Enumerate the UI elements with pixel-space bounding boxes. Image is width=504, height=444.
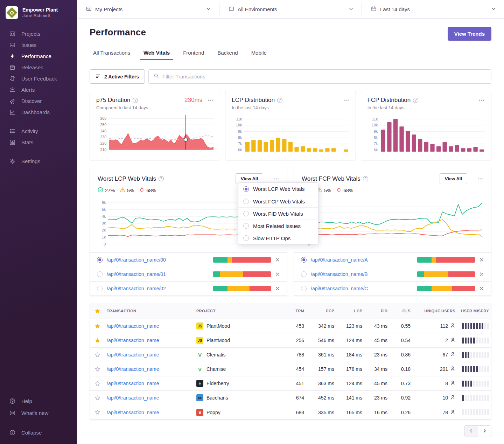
pagination [90,420,491,444]
sidebar-item-stats[interactable]: Stats [0,137,77,148]
sidebar-item-discover[interactable]: Discover [0,95,77,106]
dropdown-item-worst-fid-web-vitals[interactable]: Worst FID Web Vitals [238,207,318,220]
view-all-button[interactable]: View All [440,173,467,184]
sidebar-item-what-s-new[interactable]: What’s new [0,407,77,419]
transaction-link[interactable]: /api/0/transaction_name/01 [107,271,209,277]
sidebar-item-issues[interactable]: Issues [0,39,77,50]
global-filter-all-environments[interactable]: All Environments [219,0,362,18]
overflow-menu-icon[interactable] [477,176,483,182]
sidebar-item-label: Help [21,398,32,404]
releases-icon [9,64,15,70]
dropdown-radio[interactable] [243,186,249,192]
cls-value: 0.86 [390,352,413,358]
dropdown-item-worst-fcp-web-vitals[interactable]: Worst FCP Web Vitals [238,195,318,207]
global-filter-my-projects[interactable]: My Projects [77,0,219,18]
stat-value: 27% [105,188,115,193]
help-icon[interactable]: ? [413,98,418,103]
sentry-org-logo-icon [6,6,18,19]
tab-mobile[interactable]: Mobile [251,48,267,60]
worst-fcp-chart: 01k2k3k4k5k6k [294,194,491,252]
transaction-link[interactable]: /api/0/transaction_name/00 [107,257,209,263]
transaction-radio[interactable] [97,286,103,291]
sidebar-item-dashboards[interactable]: Dashboards [0,106,77,118]
view-trends-button[interactable]: View Trends [448,27,491,41]
next-page-button[interactable] [478,426,491,437]
star-filled-icon[interactable] [90,323,105,329]
sidebar-item-releases[interactable]: Releases [0,62,77,73]
tab-web-vitals[interactable]: Web Vitals [143,48,170,60]
transaction-link[interactable]: /api/0/transaction_name [107,395,159,401]
dropdown-item-worst-lcp-web-vitals[interactable]: Worst LCP Web Vitals [238,183,318,195]
star-outline-icon[interactable] [90,352,105,358]
sidebar-item-projects[interactable]: Projects [0,28,77,39]
user-icon [450,337,455,344]
transaction-radio[interactable] [301,286,307,291]
global-filter-last-14-days[interactable]: Last 14 days [362,0,504,18]
star-outline-icon[interactable] [90,409,105,415]
stat-value: 68% [146,188,156,193]
tab-frontend[interactable]: Frontend [182,48,205,60]
transaction-link[interactable]: /api/0/transaction_name [107,338,159,343]
transaction-link[interactable]: /api/0/transaction_name [107,381,159,386]
overflow-menu-icon[interactable] [478,97,485,103]
overflow-menu-icon[interactable] [343,97,349,103]
star-filled-icon[interactable] [90,338,105,344]
transaction-link[interactable]: /api/0/transaction_name [107,352,159,358]
lcp-distribution-chart: 6k7k8k9k10k11k [232,114,349,157]
star-outline-icon[interactable] [90,381,105,387]
unique-users-cell: 67 [413,352,457,358]
dropdown-item-most-related-issues[interactable]: Most Related Issues [238,220,318,232]
star-outline-icon[interactable] [90,366,105,372]
help-icon[interactable]: ? [277,98,282,103]
help-icon[interactable]: ? [363,176,368,181]
previous-page-button[interactable] [464,426,478,437]
close-icon[interactable] [275,257,280,262]
transaction-link[interactable]: /api/0/transaction_name/A [311,257,413,263]
transaction-radio[interactable] [97,271,103,277]
active-filters-label: 2 Active Filters [104,74,139,79]
sidebar-item-performance[interactable]: Performance [0,50,77,62]
dropdown-radio[interactable] [243,199,249,204]
transaction-radio[interactable] [301,257,307,263]
transaction-radio[interactable] [97,257,103,263]
column-header-cls: CLS [390,309,413,313]
help-icon[interactable]: ? [159,176,164,181]
close-icon[interactable] [479,286,484,291]
sidebar-item-alerts[interactable]: Alerts [0,84,77,95]
dropdown-radio[interactable] [243,211,249,216]
search-input[interactable] [162,74,486,79]
help-icon[interactable]: ? [133,98,138,103]
dropdown-radio[interactable] [243,223,249,229]
tab-all-transactions[interactable]: All Transactions [92,48,131,60]
close-icon[interactable] [479,272,484,277]
transaction-link[interactable]: /api/0/transaction_name/C [311,286,413,291]
star-outline-icon[interactable] [90,395,105,401]
active-filters-button[interactable]: 2 Active Filters [90,69,145,84]
transaction-radio[interactable] [301,271,307,277]
transaction-link[interactable]: /api/0/transaction_name [107,323,159,329]
close-icon[interactable] [275,272,280,277]
dropdown-radio[interactable] [243,235,249,241]
stat-meh: 5% [120,187,134,194]
sidebar-item-user-feedback[interactable]: User Feedback [0,73,77,84]
transaction-link[interactable]: /api/0/transaction_name/B [311,271,413,277]
tab-backend[interactable]: Backend [217,48,238,60]
activity-icon [9,128,15,134]
user-icon [450,409,455,416]
transaction-link[interactable]: /api/0/transaction_name/02 [107,286,209,291]
sidebar-item-settings[interactable]: Settings [0,155,77,167]
user-misery-bar [457,381,491,387]
dropdown-item-slow-http-ops[interactable]: Slow HTTP Ops [238,232,318,244]
overflow-menu-icon[interactable] [273,176,279,182]
sidebar-item-collapse[interactable]: Collapse [0,426,77,438]
sidebar-item-help[interactable]: Help [0,395,77,407]
sidebar-item-activity[interactable]: Activity [0,125,77,137]
close-icon[interactable] [479,257,484,262]
sidebar-nav-settings: Settings [0,155,77,167]
close-icon[interactable] [275,286,280,291]
transaction-link[interactable]: /api/0/transaction_name [107,410,159,415]
transaction-link[interactable]: /api/0/transaction_name [107,366,159,372]
org-switcher[interactable]: Empower Plant Jane Schmidt [0,6,77,28]
sidebar-nav-footer: HelpWhat’s newCollapse [0,395,77,438]
overflow-menu-icon[interactable] [207,97,214,103]
